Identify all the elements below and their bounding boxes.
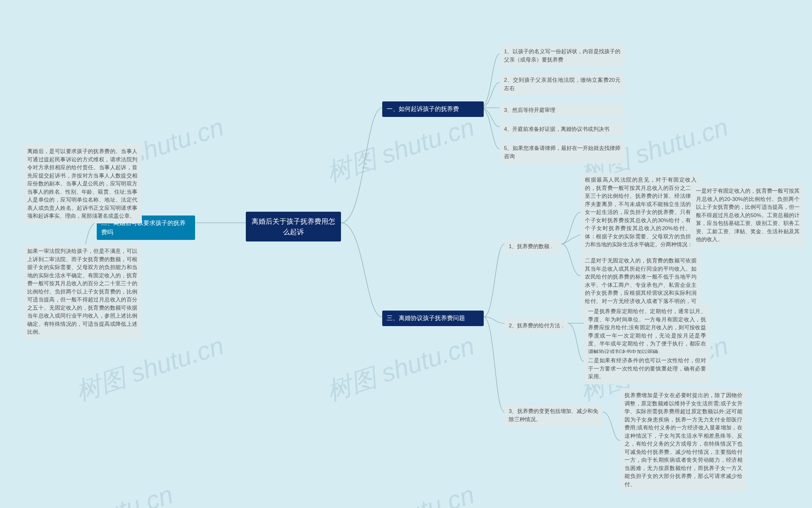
branch-3-sub-2[interactable]: 2、抚养费的给付方法 . [504,319,568,333]
branch-1-item-5[interactable]: 5、如果您准备请律师，最好在一开始就去找律师咨询 [500,141,625,164]
branch-1-item-4[interactable]: 4、开庭前准备好证据，离婚协议书或判决书 [500,122,625,137]
branch-3-sub-3[interactable]: 3、抚养费的变更包括增加、减少和免除三种情况。 [504,404,603,427]
watermark: 树图 shutu.cn [322,110,479,190]
watermark: 树图 shutu.cn [71,329,228,409]
branch-1[interactable]: 一、如何起诉孩子的抚养费 [382,101,484,117]
branch-2-leaf-1[interactable]: 离婚后，是可以要求孩子的抚养费的。当事人可通过提起民事诉讼的方式维权，请求法院判… [23,144,142,223]
watermark: 树图 shutu.cn [322,329,479,409]
branch-2-leaf-2[interactable]: 如果一审法院判决给孩子，但是不满意，可以上诉到二审法院。而子女抚育费的数额，可根… [23,244,142,339]
watermark: 树图 shutu.cn [322,478,479,508]
watermark: 树图 shutu.cn [21,478,177,508]
branch-3-sub-2-item-1[interactable]: 一是抚养费应定期给付。定期给付，通常以月、季度、年为时间单位。一方每月有固定收入… [584,304,710,359]
branch-1-item-2[interactable]: 2、交到孩子父亲居住地法院，缴纳立案费20元左右 [500,73,625,95]
branch-3-sub-3-detail[interactable]: 抚养费增加是子女在必要时提出的，除了因物价调整，原定数额难以维持子女生活所需;或… [620,388,747,492]
branch-3-sub-1-intro[interactable]: 根据最高人民法院的意见，对于有固定收入的，抚育费一般可按其月总收入的百分之二十至… [580,173,701,252]
branch-3-sub-1[interactable]: 1、抚养费的数额 . [504,239,562,254]
branch-1-item-1[interactable]: 1、以孩子的名义写一份起诉状，内容是找孩子的父亲（或母亲）要抚养费 [500,44,625,67]
root-node[interactable]: 离婚后关于孩子抚养费用怎么起诉 [246,212,341,242]
branch-3-sub-1-item-1[interactable]: 一是对于有固定收入的，抚育费一般可按其月总收入的20-30%的比例给付。负担两个… [692,184,804,247]
branch-1-item-3[interactable]: 3、然后等待开庭审理 [500,103,625,118]
branch-3[interactable]: 三、离婚协议孩子抚养费问题 [382,310,484,326]
branch-3-sub-2-item-2[interactable]: 二是如果有经济条件的也可以一次性给付，但对于一方要求一次性给付的要慎重处理，确有… [584,353,710,384]
